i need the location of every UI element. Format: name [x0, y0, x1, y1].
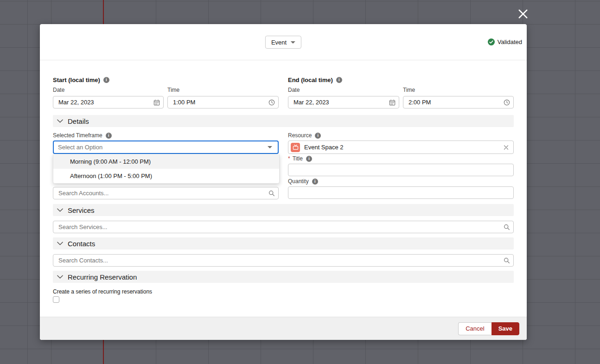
info-icon[interactable] — [312, 179, 318, 185]
start-group-label: Start (local time) — [53, 77, 109, 83]
check-circle-icon — [488, 38, 495, 45]
search-icon[interactable] — [504, 257, 510, 264]
timeframe-option-morning[interactable]: Morning (9:00 AM - 12:00 PM) — [53, 154, 279, 169]
section-header-services[interactable]: Services — [53, 204, 514, 216]
resource-entity-icon — [291, 143, 300, 152]
section-title: Details — [68, 117, 89, 125]
section-header-recurring[interactable]: Recurring Reservation — [53, 271, 514, 283]
info-icon[interactable] — [315, 133, 321, 139]
section-header-details[interactable]: Details — [53, 115, 514, 127]
services-search-field — [53, 221, 514, 233]
title-input[interactable] — [288, 164, 514, 176]
section-title: Contacts — [68, 240, 95, 248]
info-icon[interactable] — [336, 77, 342, 83]
contacts-search-input[interactable] — [53, 254, 514, 267]
search-icon[interactable] — [504, 224, 510, 230]
quantity-field — [288, 186, 514, 199]
record-type-dropdown-button[interactable]: Event — [265, 36, 301, 49]
record-type-label: Event — [271, 39, 287, 46]
end-date-field — [288, 96, 399, 109]
timeframe-label: Selected Timeframe — [53, 132, 112, 139]
end-time-input[interactable] — [403, 96, 514, 109]
recurring-checkbox[interactable] — [53, 296, 59, 303]
resource-value: Event Space 2 — [304, 144, 344, 151]
calendar-icon[interactable] — [153, 99, 160, 106]
resource-label: Resource — [288, 132, 321, 139]
end-time-label: Time — [403, 87, 415, 93]
timeframe-combobox[interactable]: Select an Option — [53, 140, 279, 154]
timeframe-option-afternoon[interactable]: Afternoon (1:00 PM - 5:00 PM) — [53, 169, 279, 183]
search-icon[interactable] — [268, 190, 275, 197]
info-icon[interactable] — [306, 156, 312, 162]
title-label: * Title — [288, 155, 312, 162]
clock-icon[interactable] — [504, 99, 510, 106]
calendar-icon[interactable] — [389, 99, 396, 106]
end-date-label: Date — [288, 87, 300, 93]
end-time-field — [403, 96, 514, 109]
timeframe-placeholder: Select an Option — [58, 144, 102, 151]
accounts-search-input[interactable] — [53, 187, 279, 199]
modal-header: Event Validated — [40, 24, 527, 60]
start-time-input[interactable] — [167, 96, 279, 109]
modal-footer: Cancel Save — [40, 317, 527, 340]
close-icon[interactable] — [517, 8, 530, 21]
start-date-label: Date — [53, 87, 64, 93]
start-date-input[interactable] — [53, 96, 164, 109]
info-icon[interactable] — [103, 77, 109, 83]
chevron-down-icon — [57, 119, 63, 123]
accounts-search-field — [53, 187, 279, 199]
title-field — [288, 164, 514, 176]
contacts-search-field — [53, 254, 514, 267]
recurring-checkbox-label: Create a series of recurring reservation… — [53, 288, 152, 295]
info-icon[interactable] — [106, 133, 112, 139]
section-title: Recurring Reservation — [68, 273, 137, 281]
clear-icon[interactable] — [503, 144, 509, 150]
start-time-field — [167, 96, 279, 109]
chevron-down-icon — [291, 41, 295, 44]
section-header-contacts[interactable]: Contacts — [53, 237, 514, 249]
resource-field[interactable]: Event Space 2 — [288, 140, 514, 154]
reservation-modal: Event Validated Start (local time) Date … — [40, 24, 527, 340]
start-date-field — [53, 96, 164, 109]
required-marker: * — [288, 155, 290, 162]
status-label: Validated — [498, 38, 522, 45]
chevron-down-icon — [57, 242, 63, 245]
start-time-label: Time — [167, 87, 179, 93]
quantity-input[interactable] — [288, 186, 514, 199]
end-date-input[interactable] — [288, 96, 399, 109]
status-badge: Validated — [488, 38, 522, 45]
chevron-down-icon — [57, 208, 63, 212]
section-title: Services — [68, 206, 95, 214]
quantity-label: Quantity — [288, 178, 318, 185]
cancel-button[interactable]: Cancel — [458, 322, 491, 335]
chevron-down-icon — [57, 275, 63, 279]
clock-icon[interactable] — [268, 99, 275, 106]
end-group-label: End (local time) — [288, 77, 342, 83]
services-search-input[interactable] — [53, 221, 514, 233]
timeframe-dropdown-list: Morning (9:00 AM - 12:00 PM) Afternoon (… — [53, 154, 280, 184]
save-button[interactable]: Save — [491, 322, 519, 335]
chevron-down-icon — [268, 146, 272, 148]
